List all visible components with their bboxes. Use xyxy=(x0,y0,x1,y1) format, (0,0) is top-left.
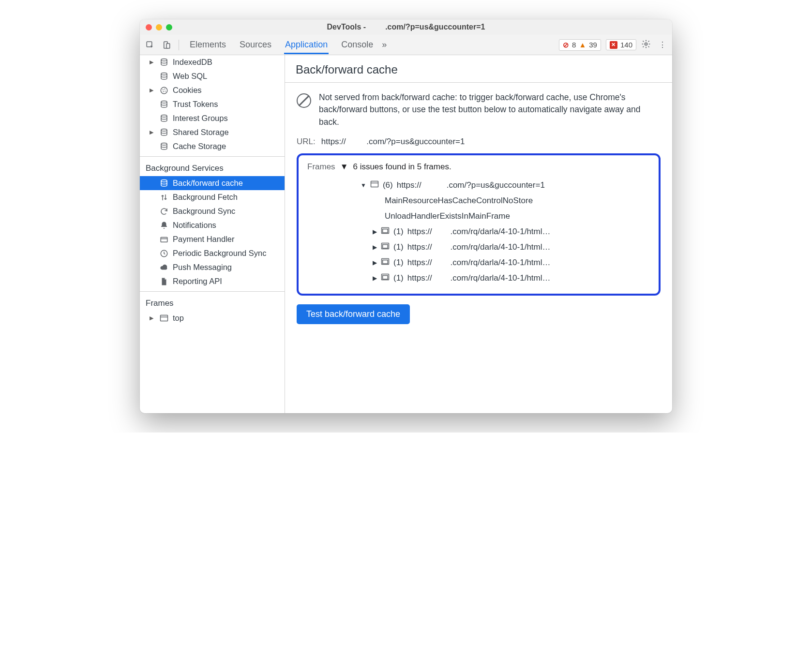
svg-point-4 xyxy=(161,59,167,61)
sidebar-item-notifications[interactable]: Notifications xyxy=(140,218,285,232)
sidebar-item-label: Reporting API xyxy=(173,277,222,286)
warning-icon: ▲ xyxy=(579,41,586,49)
frame-icon xyxy=(159,314,169,322)
frames-tree: ▼ (6) https:// .com/?p=us&guccounter=1 M… xyxy=(307,178,650,286)
device-toggle-icon[interactable] xyxy=(159,38,174,52)
chevron-right-icon: ▶ xyxy=(373,275,377,282)
sidebar-item-trusttokens[interactable]: Trust Tokens xyxy=(140,97,285,111)
frame-reason-row[interactable]: UnloadHandlerExistsInMainFrame xyxy=(307,209,650,224)
svg-point-5 xyxy=(161,73,167,75)
chevron-right-icon: ▶ xyxy=(150,315,155,321)
sidebar-item-payment[interactable]: Payment Handler xyxy=(140,232,285,246)
frame-window-icon xyxy=(370,180,379,190)
sidebar-item-bgsync[interactable]: Background Sync xyxy=(140,204,285,218)
frame-row-root[interactable]: ▼ (6) https:// .com/?p=us&guccounter=1 xyxy=(307,178,650,193)
sidebar-divider xyxy=(140,291,285,292)
sidebar-item-websql[interactable]: Web SQL xyxy=(140,69,285,83)
sidebar-item-bfcache[interactable]: Back/forward cache xyxy=(140,176,285,190)
svg-point-14 xyxy=(161,143,167,145)
sidebar-item-push[interactable]: Push Messaging xyxy=(140,260,285,274)
frames-summary-text: 6 issues found in 5 frames. xyxy=(353,162,451,172)
sidebar-item-sharedstorage[interactable]: ▶ Shared Storage xyxy=(140,125,285,139)
svg-point-15 xyxy=(161,179,167,182)
error-count: 8 xyxy=(572,41,576,49)
sidebar-item-interestgroups[interactable]: Interest Groups xyxy=(140,111,285,125)
tab-console[interactable]: Console xyxy=(340,36,374,54)
svg-rect-23 xyxy=(383,245,388,249)
database-icon xyxy=(159,142,169,151)
sidebar-item-label: IndexedDB xyxy=(173,58,212,67)
panel-body: ▶ IndexedDB Web SQL ▶ Cookies Trust Toke… xyxy=(140,55,672,413)
svg-point-8 xyxy=(165,89,165,90)
database-icon xyxy=(159,58,169,67)
database-icon xyxy=(159,179,169,188)
application-sidebar: ▶ IndexedDB Web SQL ▶ Cookies Trust Toke… xyxy=(140,55,285,413)
svg-point-12 xyxy=(161,115,167,117)
tab-elements[interactable]: Elements xyxy=(189,36,227,54)
info-row: Not served from back/forward cache: to t… xyxy=(297,91,661,128)
close-window-button[interactable] xyxy=(146,24,152,30)
sidebar-item-label: Notifications xyxy=(173,221,216,230)
chevron-right-icon: ▶ xyxy=(150,129,155,135)
frame-url: https:// .com/rq/darla/4-10-1/html… xyxy=(407,273,551,283)
devtools-window: DevTools - .com/?p=us&guccounter=1 Eleme… xyxy=(140,19,672,413)
frame-url: https:// .com/rq/darla/4-10-1/html… xyxy=(407,242,551,252)
sidebar-section-frames: Frames xyxy=(140,295,285,311)
test-bfcache-button[interactable]: Test back/forward cache xyxy=(297,304,410,324)
iframe-icon xyxy=(381,242,390,252)
tab-sources[interactable]: Sources xyxy=(239,36,272,54)
more-tabs-icon[interactable]: » xyxy=(382,40,387,50)
frames-summary-row[interactable]: Frames ▼ 6 issues found in 5 frames. xyxy=(307,162,650,172)
document-icon xyxy=(159,277,169,286)
frame-row-child[interactable]: ▶ (1) https:// .com/rq/darla/4-10-1/html… xyxy=(307,255,650,270)
sidebar-item-label: Cookies xyxy=(173,86,202,95)
sidebar-item-label: Back/forward cache xyxy=(173,179,243,188)
sidebar-item-reporting[interactable]: Reporting API xyxy=(140,274,285,288)
svg-point-9 xyxy=(165,90,165,91)
iframe-icon xyxy=(381,258,390,268)
cloud-icon xyxy=(159,263,169,272)
chevron-right-icon: ▶ xyxy=(373,228,377,235)
sidebar-section-bgservices: Background Services xyxy=(140,160,285,176)
updown-arrows-icon xyxy=(159,193,169,202)
frame-row-child[interactable]: ▶ (1) https:// .com/rq/darla/4-10-1/html… xyxy=(307,239,650,255)
panel-tabs: Elements Sources Application Console xyxy=(189,36,374,54)
frame-row-child[interactable]: ▶ (1) https:// .com/rq/darla/4-10-1/html… xyxy=(307,224,650,239)
minimize-window-button[interactable] xyxy=(156,24,162,30)
chevron-right-icon: ▶ xyxy=(373,259,377,266)
kebab-menu-icon[interactable]: ⋮ xyxy=(659,40,666,49)
sidebar-item-bgfetch[interactable]: Background Fetch xyxy=(140,190,285,204)
frame-count: (1) xyxy=(393,242,404,252)
chevron-right-icon: ▶ xyxy=(150,59,155,65)
frames-label: Frames xyxy=(307,162,335,172)
sidebar-item-label: Shared Storage xyxy=(173,128,229,137)
settings-gear-icon[interactable] xyxy=(641,39,651,51)
issues-badge[interactable]: ✕ 140 xyxy=(606,39,636,50)
sidebar-divider xyxy=(140,156,285,157)
reason-text: MainResourceHasCacheControlNoStore xyxy=(385,196,533,206)
frame-url: https:// .com/rq/darla/4-10-1/html… xyxy=(407,227,551,237)
chevron-down-icon: ▼ xyxy=(361,182,366,189)
frame-url: https:// .com/?p=us&guccounter=1 xyxy=(397,180,545,190)
tab-application[interactable]: Application xyxy=(284,36,329,54)
error-icon: ⊘ xyxy=(563,41,569,49)
sidebar-item-cookies[interactable]: ▶ Cookies xyxy=(140,83,285,97)
info-text: Not served from back/forward cache: to t… xyxy=(319,91,661,128)
console-error-warning-badge[interactable]: ⊘ 8 ▲ 39 xyxy=(559,39,601,51)
frame-row-child[interactable]: ▶ (1) https:// .com/rq/darla/4-10-1/html… xyxy=(307,270,650,286)
frame-reason-row[interactable]: MainResourceHasCacheControlNoStore xyxy=(307,193,650,209)
zoom-window-button[interactable] xyxy=(166,24,172,30)
sidebar-item-indexeddb[interactable]: ▶ IndexedDB xyxy=(140,55,285,69)
sidebar-item-label: Web SQL xyxy=(173,72,207,81)
inspect-element-icon[interactable] xyxy=(143,38,157,52)
svg-rect-25 xyxy=(383,260,388,264)
iframe-icon xyxy=(381,273,390,283)
svg-point-13 xyxy=(161,129,167,131)
sidebar-item-label: Cache Storage xyxy=(173,142,226,151)
sidebar-item-cachestorage[interactable]: Cache Storage xyxy=(140,139,285,153)
sidebar-item-frame-top[interactable]: ▶ top xyxy=(140,311,285,325)
chevron-right-icon: ▶ xyxy=(150,87,155,93)
toolbar-divider xyxy=(179,40,179,50)
sidebar-item-periodicsync[interactable]: Periodic Background Sync xyxy=(140,246,285,260)
svg-rect-16 xyxy=(161,237,167,242)
